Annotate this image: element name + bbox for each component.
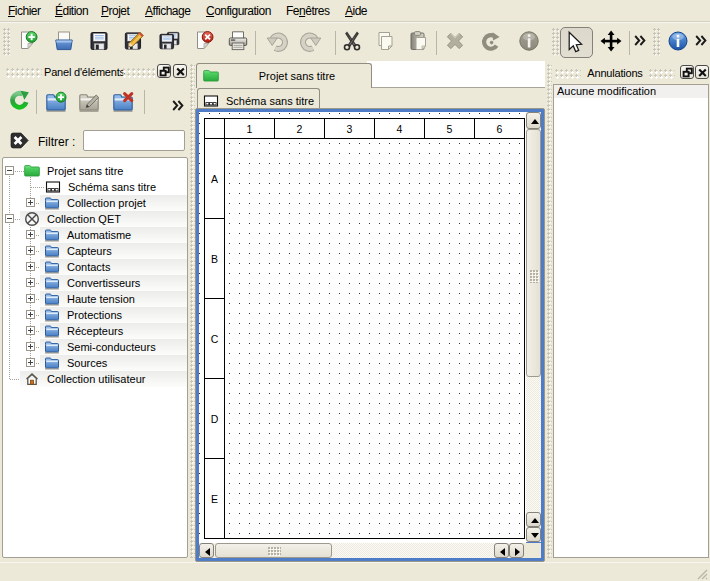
svg-text:6: 6 <box>497 123 503 135</box>
svg-text:A: A <box>211 173 218 185</box>
svg-text:E: E <box>211 493 218 505</box>
svg-text:4: 4 <box>397 123 403 135</box>
svg-text:D: D <box>211 413 219 425</box>
svg-text:5: 5 <box>447 123 453 135</box>
svg-text:C: C <box>211 333 219 345</box>
svg-text:3: 3 <box>347 123 353 135</box>
svg-text:1: 1 <box>247 123 253 135</box>
svg-text:2: 2 <box>297 123 303 135</box>
svg-text:B: B <box>211 253 218 265</box>
